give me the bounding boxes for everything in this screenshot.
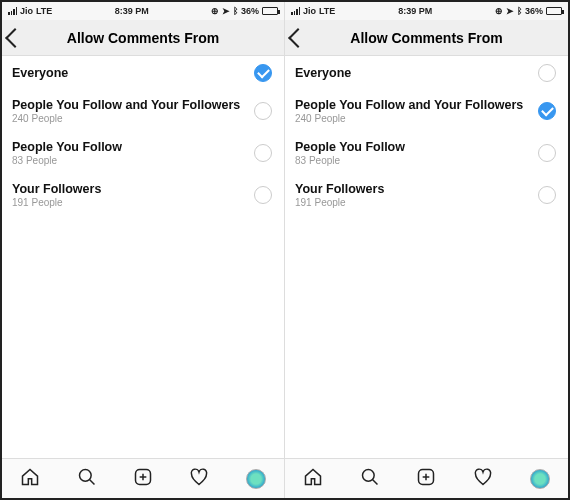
radio-indicator[interactable] bbox=[538, 186, 556, 204]
option-label: Everyone bbox=[295, 66, 351, 80]
radio-indicator[interactable] bbox=[538, 144, 556, 162]
battery-pct-label: 36% bbox=[241, 6, 259, 16]
profile-avatar[interactable] bbox=[246, 469, 266, 489]
option-sublabel: 240 People bbox=[295, 113, 523, 124]
location-icon: ➤ bbox=[222, 6, 230, 16]
radio-indicator[interactable] bbox=[254, 102, 272, 120]
option-sublabel: 191 People bbox=[295, 197, 384, 208]
activity-icon[interactable] bbox=[189, 467, 209, 491]
option-sublabel: 83 People bbox=[12, 155, 122, 166]
clock-label: 8:39 PM bbox=[398, 6, 432, 16]
alarm-icon: ⊕ bbox=[495, 6, 503, 16]
options-list: Everyone People You Follow and Your Foll… bbox=[2, 56, 284, 458]
option-label: People You Follow and Your Followers bbox=[295, 98, 523, 112]
options-list: Everyone People You Follow and Your Foll… bbox=[285, 56, 568, 458]
home-icon[interactable] bbox=[20, 467, 40, 491]
svg-point-5 bbox=[362, 469, 374, 481]
svg-line-1 bbox=[89, 479, 94, 484]
bluetooth-icon: ᛒ bbox=[517, 6, 522, 16]
option-row[interactable]: People You Follow 83 People bbox=[2, 132, 284, 174]
tab-bar bbox=[285, 458, 568, 498]
home-icon[interactable] bbox=[303, 467, 323, 491]
signal-icon bbox=[291, 7, 300, 15]
option-label: Your Followers bbox=[12, 182, 101, 196]
signal-icon bbox=[8, 7, 17, 15]
battery-icon bbox=[546, 7, 562, 15]
battery-icon bbox=[262, 7, 278, 15]
option-row[interactable]: People You Follow and Your Followers 240… bbox=[285, 90, 568, 132]
network-label: LTE bbox=[36, 6, 52, 16]
option-row[interactable]: People You Follow and Your Followers 240… bbox=[2, 90, 284, 132]
radio-indicator[interactable] bbox=[254, 144, 272, 162]
option-label: People You Follow and Your Followers bbox=[12, 98, 240, 112]
profile-avatar[interactable] bbox=[530, 469, 550, 489]
radio-indicator[interactable] bbox=[538, 102, 556, 120]
svg-line-6 bbox=[372, 479, 377, 484]
tab-bar bbox=[2, 458, 284, 498]
network-label: LTE bbox=[319, 6, 335, 16]
battery-pct-label: 36% bbox=[525, 6, 543, 16]
clock-label: 8:39 PM bbox=[115, 6, 149, 16]
option-sublabel: 240 People bbox=[12, 113, 240, 124]
option-row[interactable]: People You Follow 83 People bbox=[285, 132, 568, 174]
search-icon[interactable] bbox=[77, 467, 97, 491]
carrier-label: Jio bbox=[303, 6, 316, 16]
svg-point-0 bbox=[79, 469, 91, 481]
add-post-icon[interactable] bbox=[416, 467, 436, 491]
nav-header: Allow Comments From bbox=[2, 20, 284, 56]
location-icon: ➤ bbox=[506, 6, 514, 16]
radio-indicator[interactable] bbox=[538, 64, 556, 82]
option-sublabel: 83 People bbox=[295, 155, 405, 166]
activity-icon[interactable] bbox=[473, 467, 493, 491]
option-sublabel: 191 People bbox=[12, 197, 101, 208]
add-post-icon[interactable] bbox=[133, 467, 153, 491]
option-row[interactable]: Your Followers 191 People bbox=[2, 174, 284, 216]
page-title: Allow Comments From bbox=[285, 30, 568, 46]
carrier-label: Jio bbox=[20, 6, 33, 16]
option-row[interactable]: Everyone bbox=[2, 56, 284, 90]
radio-indicator[interactable] bbox=[254, 64, 272, 82]
bluetooth-icon: ᛒ bbox=[233, 6, 238, 16]
option-label: People You Follow bbox=[12, 140, 122, 154]
option-label: Your Followers bbox=[295, 182, 384, 196]
option-label: Everyone bbox=[12, 66, 68, 80]
option-row[interactable]: Everyone bbox=[285, 56, 568, 90]
option-label: People You Follow bbox=[295, 140, 405, 154]
search-icon[interactable] bbox=[360, 467, 380, 491]
status-bar: Jio LTE 8:39 PM ⊕ ➤ ᛒ 36% bbox=[285, 2, 568, 20]
page-title: Allow Comments From bbox=[2, 30, 284, 46]
alarm-icon: ⊕ bbox=[211, 6, 219, 16]
radio-indicator[interactable] bbox=[254, 186, 272, 204]
nav-header: Allow Comments From bbox=[285, 20, 568, 56]
option-row[interactable]: Your Followers 191 People bbox=[285, 174, 568, 216]
status-bar: Jio LTE 8:39 PM ⊕ ➤ ᛒ 36% bbox=[2, 2, 284, 20]
